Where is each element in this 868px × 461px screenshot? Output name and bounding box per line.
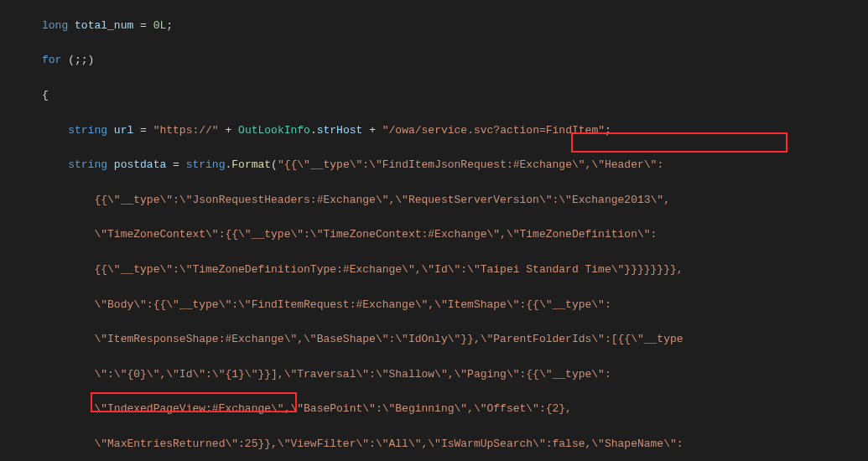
code-editor: long total_num = 0L; for (;;) { string u…	[0, 0, 868, 461]
code-line: \"MaxEntriesReturned\":25}},\"ViewFilter…	[42, 436, 868, 453]
code-line: \"ItemResponseShape:#Exchange\",\"BaseSh…	[42, 331, 868, 349]
code-line: {	[42, 87, 868, 105]
code-line: long total_num = 0L;	[42, 18, 868, 35]
code-line: {{\"__type\":\"TimeZoneDefinitionType:#E…	[42, 262, 868, 279]
code-line: for (;;)	[42, 52, 868, 70]
keyword-long: long	[42, 19, 68, 32]
code-line: string postdata = string.Format("{{\"__t…	[42, 157, 868, 174]
code-line: string url = "https://" + OutLookInfo.st…	[42, 122, 868, 140]
code-line: \"IndexedPageView:#Exchange\",\"BasePoin…	[42, 401, 868, 418]
code-line: \"TimeZoneContext\":{{\"__type\":\"TimeZ…	[42, 226, 868, 244]
code-line: {{\"__type\":\"JsonRequestHeaders:#Excha…	[42, 192, 868, 210]
code-line: \"Body\":{{\"__type\":\"FindItemRequest:…	[42, 297, 868, 314]
code-line: \":\"{0}\",\"Id\":\"{1}\"}}],\"Traversal…	[42, 366, 868, 384]
